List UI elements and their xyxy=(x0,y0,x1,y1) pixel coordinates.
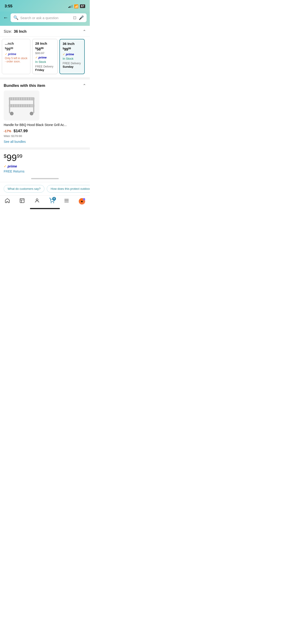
scroll-pill xyxy=(31,178,59,179)
delivery-label-36: FREE Delivery xyxy=(62,62,82,65)
size-card-36-title: 36 Inch xyxy=(62,42,82,46)
nav-ai[interactable]: ● xyxy=(79,198,85,204)
delivery-day-28: Friday xyxy=(35,68,54,72)
svg-rect-22 xyxy=(33,98,34,113)
size-card-36inch[interactable]: 36 Inch $9999 ✓ prime In Stock FREE Deli… xyxy=(60,39,85,74)
faq-pills-row: What do customers say? How does this pro… xyxy=(0,182,90,195)
status-bar: 3:55 📶 67 xyxy=(0,0,90,12)
main-price: $9999 xyxy=(4,153,86,162)
nav-menu[interactable] xyxy=(64,198,69,205)
price-integer: 99 xyxy=(6,153,17,163)
size-header: Size: 36 Inch ⌃ xyxy=(0,26,90,36)
status-time: 3:55 xyxy=(4,4,12,8)
prime-label: prime xyxy=(8,164,17,168)
orders-icon xyxy=(19,198,25,205)
back-button[interactable]: ← xyxy=(3,15,8,21)
svg-point-28 xyxy=(36,199,38,200)
home-indicator xyxy=(30,208,60,209)
search-input-placeholder: Search or ask a question xyxy=(20,16,71,20)
svg-point-23 xyxy=(10,112,13,115)
cart-badge: 0 xyxy=(52,197,56,200)
see-all-bundles-link[interactable]: See all bundles xyxy=(4,140,26,144)
faq-pill-1[interactable]: What do customers say? xyxy=(4,185,44,192)
nav-orders[interactable] xyxy=(19,198,25,205)
bundle-was-price: Was: $179.98 xyxy=(4,134,86,138)
section-divider-2 xyxy=(0,148,90,149)
prime-badge-partial: ✓ prime xyxy=(5,52,28,56)
size-card-28-old-price: $80.97 xyxy=(35,51,54,55)
prime-badge-36: ✓ prime xyxy=(62,52,82,56)
delivery-day-36: Sunday xyxy=(62,65,82,68)
nav-cart[interactable]: 0 xyxy=(49,198,54,205)
delivery-label-28: FREE Delivery xyxy=(35,65,54,68)
search-box[interactable]: 🔍 Search or ask a question ⊡ 🎤 xyxy=(10,13,86,22)
nav-account[interactable] xyxy=(34,198,40,205)
bottom-nav: 0 ● xyxy=(0,195,90,206)
nav-home[interactable] xyxy=(4,198,10,205)
wifi-icon: 📶 xyxy=(74,4,78,8)
home-icon xyxy=(4,198,10,205)
price-section: $9999 ✓ prime FREE Returns xyxy=(0,149,90,176)
prime-badge-28: ✓ prime xyxy=(35,56,54,59)
free-returns-label: FREE Returns xyxy=(4,170,24,173)
account-icon xyxy=(34,198,40,205)
in-stock-28: In Stock xyxy=(35,60,54,64)
in-stock-36: In Stock xyxy=(62,57,82,60)
bundle-discount: -17% xyxy=(4,129,11,133)
section-divider-1 xyxy=(0,78,90,80)
bundle-item-name: Handle for BBQ Hood Black Stone Grill Ac… xyxy=(4,123,86,127)
selected-size: 36 Inch xyxy=(14,30,26,34)
size-options-row: ...nch $9999 ✓ prime Only 5 left in stoc… xyxy=(0,36,90,78)
signal-icon xyxy=(68,4,72,8)
ai-dot xyxy=(83,198,85,200)
bundle-item: Handle for BBQ Hood Black Stone Grill Ac… xyxy=(0,90,90,148)
low-stock-label: Only 5 left in stock- order soon. xyxy=(5,57,28,63)
svg-rect-21 xyxy=(9,98,10,113)
size-card-partial-title: ...nch xyxy=(5,42,28,45)
svg-rect-11 xyxy=(9,104,34,107)
grill-svg xyxy=(7,93,36,118)
status-icons: 📶 67 xyxy=(68,4,85,8)
size-card-partial[interactable]: ...nch $9999 ✓ prime Only 5 left in stoc… xyxy=(2,39,30,74)
mic-icon[interactable]: 🎤 xyxy=(79,15,84,20)
bundle-price-row: -17% $147.99 xyxy=(4,129,86,133)
size-card-partial-price: $9999 xyxy=(5,47,28,51)
menu-icon xyxy=(64,198,69,205)
dollar-sign: $ xyxy=(4,153,6,159)
bundles-collapse-icon[interactable]: ⌃ xyxy=(83,83,86,88)
svg-point-29 xyxy=(51,202,51,203)
camera-icon[interactable]: ⊡ xyxy=(73,15,76,20)
svg-point-30 xyxy=(54,202,54,203)
search-area: ← 🔍 Search or ask a question ⊡ 🎤 xyxy=(0,12,90,26)
size-card-28-title: 28 Inch xyxy=(35,42,54,45)
bundles-header: Bundles with this item ⌃ xyxy=(0,80,90,90)
battery-icon: 67 xyxy=(80,4,85,8)
svg-rect-25 xyxy=(20,198,24,203)
prime-row: ✓ prime xyxy=(4,164,86,168)
bundles-title: Bundles with this item xyxy=(4,84,45,88)
bundle-price: $147.99 xyxy=(14,129,28,133)
search-right-icons: ⊡ 🎤 xyxy=(73,15,84,20)
svg-rect-0 xyxy=(9,98,34,100)
size-label: Size: 36 Inch xyxy=(4,30,26,34)
size-card-28inch[interactable]: 28 Inch $5899 $80.97 ✓ prime In Stock FR… xyxy=(32,39,58,74)
prime-check-icon: ✓ xyxy=(4,164,7,168)
search-icon: 🔍 xyxy=(13,15,18,20)
size-collapse-icon[interactable]: ⌃ xyxy=(83,29,86,34)
size-card-28-price: $5899 xyxy=(35,47,54,51)
bundle-product-image[interactable] xyxy=(4,90,39,120)
price-fraction: 99 xyxy=(17,153,22,159)
svg-point-24 xyxy=(30,112,33,115)
size-card-36-price: $9999 xyxy=(62,47,82,52)
faq-pill-2[interactable]: How does this protect outdoor xyxy=(47,185,90,192)
